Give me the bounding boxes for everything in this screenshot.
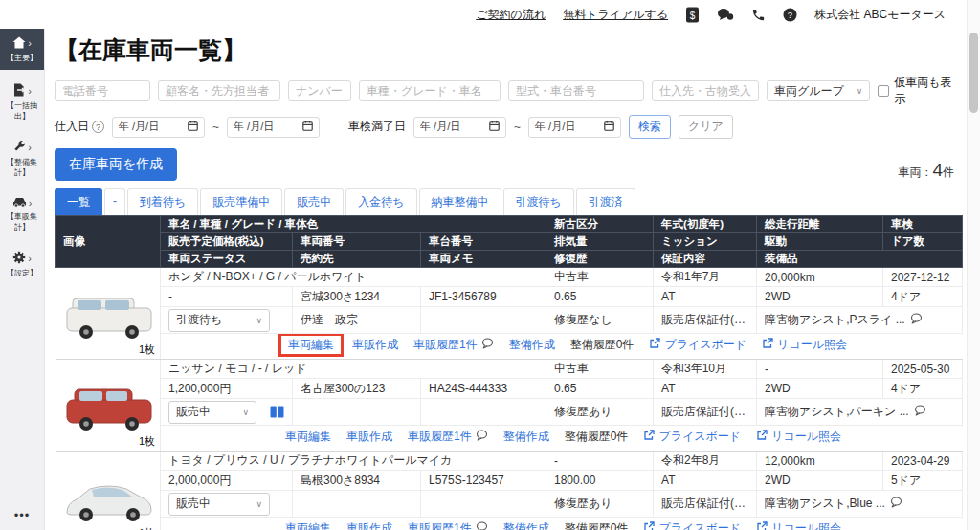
- tab-sale-prep[interactable]: 販売準備中: [200, 188, 282, 215]
- chat-icon[interactable]: [717, 8, 734, 22]
- transmission: AT: [654, 379, 757, 399]
- comment-bubble-icon[interactable]: [910, 313, 923, 327]
- edit-vehicle-link[interactable]: 車両編集: [285, 520, 331, 530]
- calendar-icon: [302, 121, 313, 133]
- create-maintenance-link[interactable]: 整備作成: [509, 337, 555, 353]
- search-button[interactable]: 検索: [629, 115, 671, 139]
- drive: 2WD: [757, 287, 883, 307]
- photo-count: 1枚: [139, 342, 155, 357]
- phone-input[interactable]: [55, 80, 150, 101]
- recall-check-link[interactable]: リコール照会: [756, 429, 841, 445]
- scrollbar-track[interactable]: [967, 0, 980, 530]
- create-sale-link[interactable]: 車販作成: [346, 520, 392, 530]
- inspection-date-from[interactable]: 年 /月/日: [413, 117, 506, 138]
- comment-bubble-icon: [476, 430, 488, 444]
- edit-vehicle-link[interactable]: 車両編集: [285, 429, 331, 445]
- supplier-input[interactable]: [652, 80, 759, 101]
- create-sale-link[interactable]: 車販作成: [346, 429, 392, 445]
- sidebar-item-settings[interactable]: › 【設定】: [0, 245, 44, 283]
- tab-awaiting-arrival[interactable]: 到着待ち: [127, 188, 198, 215]
- sidebar-item-car-sales-summary[interactable]: › 【車販集計】: [0, 190, 44, 237]
- comment-bubble-icon[interactable]: [914, 405, 926, 419]
- vehicle-name: ニッサン / モコ / - / レッド: [161, 360, 546, 379]
- comment-bubble-icon[interactable]: [890, 497, 902, 511]
- repair-history: 修復歴なし: [546, 307, 654, 334]
- recall-check-link[interactable]: リコール照会: [756, 520, 841, 530]
- table-header-row: 車両ステータス 売約先 車両メモ 修復歴 保証内容 装備品: [56, 251, 963, 268]
- vehicle-name: ホンダ / N-BOX+ / G / パールホワイト: [161, 268, 546, 287]
- table-row: 1枚 ホンダ / N-BOX+ / G / パールホワイト 中古車 令和1年7月…: [56, 268, 963, 287]
- vehicle-photo[interactable]: 1枚: [56, 452, 161, 530]
- memo: [421, 491, 546, 518]
- number-input[interactable]: [288, 80, 351, 101]
- external-link-icon: [643, 521, 655, 530]
- chassis: JF1-3456789: [421, 287, 546, 307]
- price-board-link[interactable]: プライスボード: [649, 337, 746, 353]
- clear-button[interactable]: クリア: [679, 115, 733, 139]
- price-board-book-icon[interactable]: [270, 406, 284, 418]
- vehicle-photo[interactable]: 1枚: [56, 360, 161, 452]
- tab-dash[interactable]: -: [104, 188, 125, 215]
- billing-icon[interactable]: $: [685, 7, 700, 23]
- equipment: 障害物アシスト,Blue ...: [757, 491, 963, 518]
- mileage: 12,000km: [757, 452, 883, 471]
- contract-flow-link[interactable]: ご契約の流れ: [476, 7, 546, 23]
- tab-delivery-maintenance[interactable]: 納車整備中: [419, 188, 501, 215]
- status-select[interactable]: 販売中 ∨: [168, 401, 256, 424]
- tab-on-sale[interactable]: 販売中: [284, 188, 344, 215]
- gear-icon: [12, 251, 26, 266]
- col-doors: ドア数: [883, 233, 963, 251]
- sidebar-item-label: 【整備集計】: [0, 157, 44, 178]
- calendar-icon: [489, 121, 500, 133]
- phone-icon[interactable]: [751, 8, 766, 22]
- chassis-input[interactable]: [508, 80, 644, 101]
- tab-awaiting-payment[interactable]: 入金待ち: [345, 188, 416, 215]
- free-trial-link[interactable]: 無料トライアルする: [563, 7, 668, 23]
- price: -: [161, 287, 293, 307]
- chevron-down-icon: ∨: [256, 499, 262, 509]
- maintenance-history-label: 整備履歴0件: [570, 337, 635, 353]
- sale-history-link[interactable]: 車販履歴1件: [408, 520, 488, 530]
- recall-check-link[interactable]: リコール照会: [762, 337, 847, 353]
- status-select[interactable]: 引渡待ち ∨: [168, 309, 270, 332]
- price-board-link[interactable]: プライスボード: [643, 520, 741, 530]
- status-select[interactable]: 販売中 ∨: [168, 493, 270, 516]
- sidebar-item-batch-export[interactable]: › 【一括抽出】: [0, 77, 44, 126]
- condition: 中古車: [546, 360, 654, 379]
- inspection-date-to[interactable]: 年 /月/日: [528, 117, 621, 138]
- create-maintenance-link[interactable]: 整備作成: [503, 520, 549, 530]
- plate: 島根300さ8934: [293, 471, 421, 491]
- maintenance-history-label: 整備履歴0件: [565, 429, 629, 445]
- year: 令和3年10月: [654, 360, 757, 379]
- year: 令和1年7月: [654, 268, 757, 287]
- tab-handed-over[interactable]: 引渡済: [576, 188, 635, 215]
- help-circle-icon[interactable]: ?: [92, 121, 104, 133]
- model-grade-input[interactable]: [359, 80, 501, 101]
- price-board-link[interactable]: プライスボード: [643, 429, 741, 445]
- inspection-expiry-label: 車検満了日: [348, 119, 406, 135]
- sidebar-item-maintenance-summary[interactable]: › 【整備集計】: [0, 134, 44, 183]
- tab-awaiting-handover[interactable]: 引渡待ち: [503, 188, 574, 215]
- customer-input[interactable]: [158, 80, 280, 101]
- create-maintenance-link[interactable]: 整備作成: [503, 429, 549, 445]
- scrollbar-thumb[interactable]: [969, 33, 978, 113]
- sale-history-link[interactable]: 車販履歴1件: [413, 337, 494, 353]
- range-separator: ~: [514, 121, 521, 134]
- help-icon[interactable]: ?: [783, 8, 797, 22]
- edit-vehicle-link[interactable]: 車両編集: [278, 334, 344, 358]
- tab-list[interactable]: 一覧: [55, 188, 102, 215]
- toolbar: 在庫車両を作成 車両：4件: [55, 148, 962, 181]
- drive: 2WD: [757, 379, 883, 399]
- create-sale-link[interactable]: 車販作成: [352, 337, 398, 353]
- vehicle-photo[interactable]: 1枚: [56, 268, 161, 360]
- sale-history-link[interactable]: 車販履歴1件: [408, 429, 488, 445]
- show-temp-vehicles-checkbox[interactable]: 仮車両も表示: [878, 75, 962, 107]
- sidebar-more-button[interactable]: •••: [14, 508, 31, 522]
- vehicle-group-select[interactable]: 車両グループ ∨: [767, 80, 870, 101]
- create-stock-vehicle-button[interactable]: 在庫車両を作成: [55, 148, 177, 181]
- sidebar-item-main[interactable]: › 【主要】: [0, 29, 44, 70]
- table-row: 販売中 ∨ 修復歴あり 販売店保証付(無料保証 ... 障害物アシスト,Blue…: [56, 491, 963, 518]
- purchase-date-from[interactable]: 年 /月/日: [112, 117, 205, 138]
- purchase-date-to[interactable]: 年 /月/日: [227, 117, 320, 138]
- inspection: 2023-04-29: [883, 452, 963, 471]
